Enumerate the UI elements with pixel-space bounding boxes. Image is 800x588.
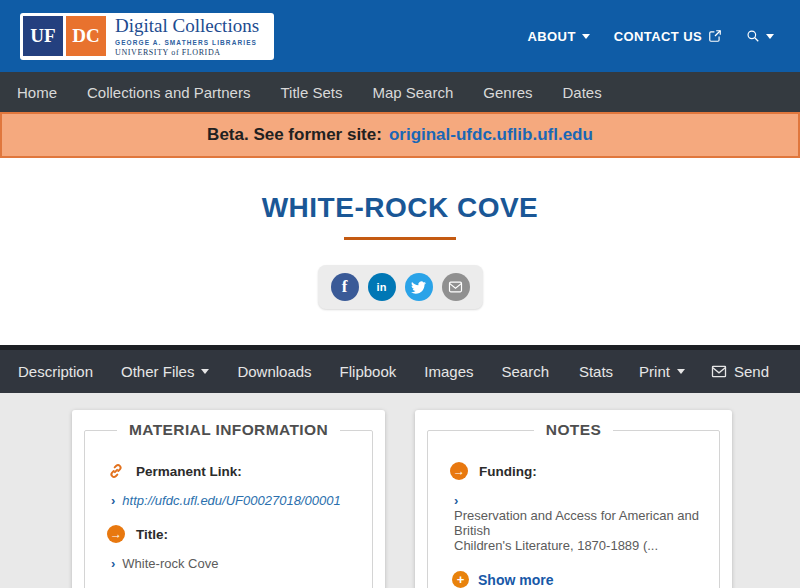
send-label: Send [734, 363, 769, 380]
chevron-down-icon [766, 34, 774, 39]
title-value: White-rock Cove [122, 556, 218, 571]
tab-images[interactable]: Images [410, 363, 487, 380]
external-link-icon [708, 29, 722, 43]
facebook-icon: f [342, 277, 348, 297]
item-toolbar: Description Other Files Downloads Flipbo… [0, 345, 800, 393]
chevron-right-icon: › [111, 556, 115, 571]
tab-other-files[interactable]: Other Files [107, 363, 223, 380]
permanent-link[interactable]: http://ufdc.ufl.edu/UF00027018/00001 [122, 493, 340, 508]
tab-search[interactable]: Search [488, 363, 564, 380]
show-more-link[interactable]: Show more [478, 572, 553, 588]
print-label: Print [639, 363, 670, 380]
nav-item-title-sets[interactable]: Title Sets [265, 84, 357, 101]
contact-us-link[interactable]: CONTACT US [614, 29, 722, 44]
email-share-button[interactable] [442, 273, 470, 301]
chevron-down-icon [582, 34, 590, 39]
logo-title: Digital Collections [115, 16, 259, 36]
funding-value-row: ›Preservation and Access for American an… [454, 493, 707, 553]
envelope-icon [448, 281, 463, 293]
other-files-label: Other Files [121, 363, 194, 380]
print-menu[interactable]: Print [626, 363, 698, 380]
about-label: ABOUT [528, 29, 576, 44]
notes-card: NOTES → Funding: ›Preservation and Acces… [415, 410, 732, 588]
nav-item-dates[interactable]: Dates [547, 84, 616, 101]
chevron-down-icon [201, 369, 209, 374]
search-menu[interactable] [746, 29, 774, 43]
dc-logo-square: DC [66, 16, 106, 56]
title-underline [344, 237, 456, 240]
permanent-link-value-row: ›http://ufdc.ufl.edu/UF00027018/00001 [111, 493, 360, 508]
permanent-link-label: Permanent Link: [136, 464, 242, 479]
page-title: WHITE-ROCK COVE [0, 158, 800, 224]
logo-subtitle: GEORGE A. SMATHERS LIBRARIES [115, 39, 259, 46]
title-section: WHITE-ROCK COVE f in [0, 158, 800, 345]
nav-item-genres[interactable]: Genres [468, 84, 547, 101]
nav-item-map-search[interactable]: Map Search [357, 84, 468, 101]
item-description-content: MATERIAL INFORMATION Permanent Link: ›ht… [0, 393, 800, 588]
send-button[interactable]: Send [698, 363, 782, 380]
main-nav: Home Collections and Partners Title Sets… [0, 72, 800, 112]
header-nav: ABOUT CONTACT US [528, 29, 774, 44]
funding-label: Funding: [479, 464, 537, 479]
linkedin-icon: in [377, 281, 387, 293]
uf-logo-square: UF [23, 16, 63, 56]
nav-item-home[interactable]: Home [8, 84, 72, 101]
chevron-right-icon: › [111, 493, 115, 508]
nav-item-collections-and-partners[interactable]: Collections and Partners [72, 84, 265, 101]
arrow-circle-right-icon: → [107, 525, 125, 543]
linkedin-share-button[interactable]: in [368, 273, 396, 301]
share-toolbar: f in [318, 265, 483, 309]
funding-label-row: → Funding: [450, 462, 707, 480]
tab-flipbook[interactable]: Flipbook [326, 363, 411, 380]
beta-message: Beta. See former site: [207, 125, 382, 145]
notes-heading: NOTES [534, 421, 613, 439]
contact-label: CONTACT US [614, 29, 702, 44]
material-information-heading: MATERIAL INFORMATION [117, 421, 340, 439]
title-label: Title: [136, 527, 168, 542]
logo-text: Digital Collections GEORGE A. SMATHERS L… [106, 16, 271, 57]
twitter-share-button[interactable] [405, 273, 433, 301]
plus-circle-icon: + [452, 571, 469, 588]
twitter-icon [411, 280, 426, 295]
facebook-share-button[interactable]: f [331, 273, 359, 301]
show-more-row: + Show more [452, 571, 707, 588]
funding-value: Preservation and Access for American and… [454, 508, 707, 553]
ufdc-logo[interactable]: UF DC Digital Collections GEORGE A. SMAT… [20, 13, 274, 60]
logo-institution: UNIVERSITY of FLORIDA [115, 48, 259, 57]
title-value-row: ›White-rock Cove [111, 556, 360, 571]
material-information-card: MATERIAL INFORMATION Permanent Link: ›ht… [72, 410, 385, 588]
stats-button[interactable]: Stats [566, 363, 626, 380]
site-header: UF DC Digital Collections GEORGE A. SMAT… [0, 0, 800, 72]
chevron-down-icon [677, 369, 685, 374]
former-site-link[interactable]: original-ufdc.uflib.ufl.edu [389, 125, 593, 145]
title-label-row: → Title: [107, 525, 360, 543]
link-icon [107, 462, 125, 480]
about-menu[interactable]: ABOUT [528, 29, 590, 44]
permanent-link-label-row: Permanent Link: [107, 462, 360, 480]
tab-downloads[interactable]: Downloads [223, 363, 325, 380]
toolbar-right-group: Stats Print Send [566, 363, 782, 380]
arrow-circle-right-icon: → [450, 462, 468, 480]
search-icon [746, 29, 760, 43]
chevron-right-icon: › [454, 493, 458, 508]
envelope-icon [711, 365, 727, 378]
toolbar-left-group: Description Other Files Downloads Flipbo… [4, 363, 563, 380]
tab-description[interactable]: Description [4, 363, 107, 380]
beta-banner: Beta. See former site: original-ufdc.ufl… [0, 112, 800, 158]
